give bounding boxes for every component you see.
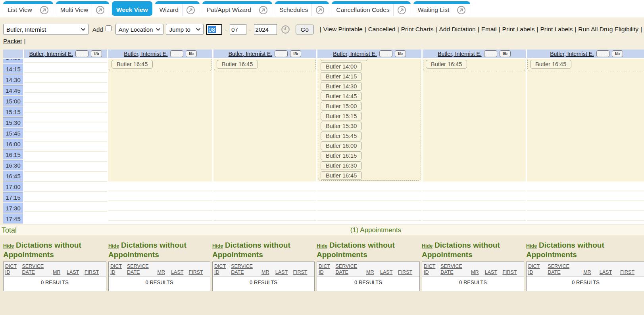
slot-cell[interactable] [423,181,526,191]
slot-cell[interactable] [24,172,107,182]
slot-cell[interactable] [423,149,526,160]
forward-back-button[interactable]: f/b [612,50,623,57]
forward-back-button[interactable]: f/b [186,50,197,57]
slot-cell[interactable] [213,74,316,85]
slot-cell[interactable] [423,139,526,149]
slot-cell[interactable] [317,211,421,221]
slot-cell[interactable] [423,74,526,85]
slot-cell[interactable] [108,211,212,221]
appointment-button[interactable]: Butler 14:30 [321,82,362,91]
sort-link-first[interactable]: FIRST [293,269,307,275]
appointment-button[interactable]: Butler 15:15 [321,112,362,120]
hide-link[interactable]: Hide [108,243,119,249]
slot-cell[interactable] [24,122,107,132]
forward-back-button[interactable]: f/b [290,50,301,57]
slot-cell[interactable] [24,103,107,113]
sort-link-dict-id[interactable]: DICTID [214,263,226,275]
sort-link-dict-id[interactable]: DICTID [424,263,435,275]
slot-cell[interactable] [317,181,421,191]
slot-cell[interactable] [108,128,212,139]
sort-link-service-date[interactable]: SERVICEDATE [22,263,44,275]
collapse-column-button[interactable]: — [596,50,609,57]
slot-cell[interactable] [423,171,526,181]
sort-link-last[interactable]: LAST [600,269,612,275]
slot-cell[interactable] [527,211,644,221]
toolbar-link-print-labels[interactable]: Print Labels [540,26,573,32]
sort-link-dict-id[interactable]: DICTID [110,263,122,275]
slot-cell[interactable] [108,201,212,211]
hide-link[interactable]: Hide [526,243,537,249]
forward-back-button[interactable]: f/b [395,50,406,57]
sort-link-mr[interactable]: MR [261,269,269,275]
slot-cell[interactable] [213,160,316,171]
appointment-button[interactable]: Butler 14:45 [321,92,362,101]
toolbar-link-add-dictation[interactable]: Add Dictation [439,26,476,32]
tab-cancellation-codes[interactable]: Cancellation Codes [332,1,410,16]
sort-link-mr[interactable]: MR [53,269,60,275]
forward-back-button[interactable]: f/b [91,50,102,57]
toolbar-link-packet[interactable]: Packet [3,38,22,44]
appointment-button[interactable]: Butler 16:15 [321,151,362,160]
slot-cell[interactable] [213,191,316,201]
clock-icon[interactable] [281,25,290,34]
forward-back-button[interactable]: f/b [500,50,511,57]
slot-cell[interactable] [527,107,644,117]
location-select[interactable]: Any Location [115,24,164,35]
slot-cell[interactable] [108,117,212,128]
tab-week-view[interactable]: Week View [112,1,152,16]
slot-cell[interactable] [24,93,107,103]
open-in-new-window-icon[interactable] [40,6,49,15]
slot-cell[interactable] [108,96,212,107]
sort-link-mr[interactable]: MR [366,269,374,275]
slot-cell[interactable] [527,160,644,171]
slot-cell[interactable] [24,132,107,142]
slot-cell[interactable] [108,139,212,149]
slot-cell[interactable] [108,74,212,85]
toolbar-link-cancelled[interactable]: Cancelled [368,26,396,32]
slot-cell[interactable] [423,117,526,128]
toolbar-link-print-charts[interactable]: Print Charts [401,26,434,32]
sort-link-mr[interactable]: MR [158,269,165,275]
slot-cell[interactable] [527,149,644,160]
hide-link[interactable]: Hide [422,243,433,249]
collapse-column-button[interactable]: — [484,50,497,57]
slot-cell[interactable] [423,191,526,201]
appointment-button[interactable]: Butler 16:45 [426,60,467,69]
provider-column-link[interactable]: Butler, Internist E. [438,51,482,57]
sort-link-service-date[interactable]: SERVICEDATE [127,263,149,275]
slot-cell[interactable] [24,113,107,122]
slot-cell[interactable] [108,149,212,160]
sort-link-service-date[interactable]: SERVICEDATE [440,263,462,275]
open-in-new-window-icon[interactable] [457,6,466,15]
appointment-button[interactable]: Butler 16:45 [530,60,571,69]
provider-column-link[interactable]: Butler, Internist E. [29,51,73,57]
slot-cell[interactable] [24,192,107,202]
slot-cell[interactable] [108,171,212,181]
provider-column-link[interactable]: Butler, Internist E. [124,51,168,57]
slot-cell[interactable] [24,59,107,63]
slot-cell[interactable] [317,201,421,211]
slot-cell[interactable] [213,211,316,221]
slot-cell[interactable] [213,85,316,96]
sort-link-first[interactable]: FIRST [85,269,99,275]
slot-cell[interactable] [24,162,107,172]
slot-cell[interactable] [423,201,526,211]
appointment-button[interactable]: Butler 16:45 [111,60,153,69]
provider-select[interactable]: Butler, Internist [3,24,88,35]
appointment-button[interactable]: Butler 16:00 [321,141,362,150]
tab-wizard[interactable]: Wizard [155,1,200,16]
hide-link[interactable]: Hide [317,243,327,249]
collapse-column-button[interactable]: — [275,50,288,57]
open-in-new-window-icon[interactable] [96,6,105,15]
slot-cell[interactable] [527,201,644,211]
tab-waiting-list[interactable]: Waiting List [413,1,471,16]
sort-link-last[interactable]: LAST [275,269,288,275]
slot-cell[interactable] [527,117,644,128]
collapse-column-button[interactable]: — [75,50,88,57]
collapse-column-button[interactable]: — [379,50,392,57]
slot-cell[interactable] [24,202,107,212]
tab-pat-appt-wizard[interactable]: Pat/Appt Wizard [202,1,272,16]
slot-cell[interactable] [24,63,107,73]
collapse-column-button[interactable]: — [170,50,183,57]
slot-cell[interactable] [24,73,107,83]
